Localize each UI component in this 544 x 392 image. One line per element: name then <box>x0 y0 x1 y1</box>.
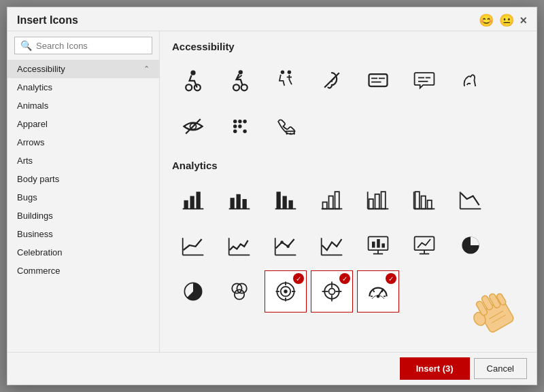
search-box[interactable]: 🔍 <box>14 37 152 54</box>
icon-cell-wheelchair[interactable] <box>172 59 214 101</box>
icon-cell-line-chart-down[interactable] <box>449 178 492 220</box>
icon-cell-line-chart-3[interactable] <box>265 224 307 266</box>
icon-grid-analytics: ✓✓✓ <box>172 178 524 313</box>
sidebar-item-label: Bugs <box>17 192 37 202</box>
svg-point-5 <box>241 84 248 90</box>
svg-point-25 <box>243 130 246 133</box>
svg-rect-31 <box>190 196 194 209</box>
svg-rect-36 <box>243 199 247 209</box>
icon-cell-crosshair-icon[interactable]: ✓ <box>311 270 353 313</box>
svg-point-23 <box>238 124 241 128</box>
icon-cell-presentation-chart[interactable] <box>403 224 445 266</box>
sidebar-item-analytics[interactable]: Analytics <box>7 78 159 96</box>
svg-rect-53 <box>428 200 432 209</box>
sidebar-item-label: Animals <box>17 101 48 111</box>
icon-cell-pie-chart-1[interactable] <box>172 270 214 313</box>
icon-cell-bar-chart-5[interactable] <box>403 178 445 220</box>
icon-cell-line-chart-6[interactable] <box>449 224 492 266</box>
header-icons: 😊 😐 × <box>479 13 527 28</box>
icon-cell-bar-chart-4[interactable] <box>357 178 399 220</box>
svg-rect-39 <box>283 196 287 209</box>
svg-point-27 <box>286 132 288 135</box>
icon-cell-accessible-person[interactable] <box>265 59 307 101</box>
icon-cell-phone-tty[interactable] <box>265 105 307 147</box>
svg-rect-51 <box>415 192 420 209</box>
sidebar-item-arts[interactable]: Arts <box>7 152 159 170</box>
sidebar-item-arrows[interactable]: Arrows <box>7 133 159 152</box>
icon-cell-line-chart-4[interactable] <box>311 224 353 266</box>
sidebar-item-animals[interactable]: Animals <box>7 96 159 115</box>
svg-rect-34 <box>231 198 235 209</box>
sidebar-item-label: Body parts <box>17 174 59 184</box>
sidebar-item-label: Buildings <box>17 211 53 221</box>
icon-cell-ear-hearing[interactable] <box>311 59 353 101</box>
close-button[interactable]: × <box>520 14 527 28</box>
svg-rect-40 <box>289 200 293 209</box>
chevron-up-icon: ⌃ <box>143 65 150 73</box>
svg-rect-43 <box>329 196 333 209</box>
sidebar-item-business[interactable]: Business <box>7 225 159 243</box>
selected-check-badge: ✓ <box>386 273 396 284</box>
sidebar-item-bugs[interactable]: Bugs <box>7 188 159 207</box>
dialog-header: Insert Icons 😊 😐 × <box>7 7 537 31</box>
sidebar-item-accessibility[interactable]: Accessibility⌃ <box>7 60 159 78</box>
emoji-happy-icon[interactable]: 😊 <box>479 13 494 28</box>
svg-point-24 <box>243 120 246 123</box>
search-icon: 🔍 <box>20 40 32 51</box>
svg-point-6 <box>281 71 284 74</box>
icon-cell-eye-hidden[interactable] <box>172 105 214 147</box>
svg-rect-52 <box>422 196 426 209</box>
section-title-analytics: Analytics <box>172 160 524 171</box>
sidebar: 🔍 Accessibility⌃AnalyticsAnimalsApparelA… <box>7 31 160 352</box>
svg-point-84 <box>284 289 287 293</box>
icon-cell-hands-speech[interactable] <box>449 59 492 101</box>
icon-cell-bar-chart-1[interactable] <box>172 178 214 220</box>
icon-cell-target-icon[interactable]: ✓ <box>265 270 307 313</box>
sidebar-item-celebration[interactable]: Celebration <box>7 243 159 262</box>
icon-cell-bar-chart-2[interactable] <box>218 178 260 220</box>
sidebar-item-label: Business <box>17 229 53 239</box>
search-input[interactable] <box>36 41 146 51</box>
insert-button[interactable]: Insert (3) <box>401 359 469 378</box>
icon-cell-braille[interactable] <box>218 105 260 147</box>
icon-cell-caption[interactable] <box>357 59 399 101</box>
svg-rect-35 <box>237 194 241 209</box>
dialog-footer: Insert (3) Cancel <box>7 352 537 385</box>
dialog-title: Insert Icons <box>17 14 78 26</box>
sidebar-item-apparel[interactable]: Apparel <box>7 115 159 133</box>
svg-rect-71 <box>381 243 385 247</box>
sidebar-item-label: Accessibility <box>17 64 65 74</box>
section-title-accessibility: Accessibility <box>172 41 524 52</box>
sidebar-item-label: Celebration <box>17 247 63 257</box>
icon-cell-pie-chart-2[interactable] <box>218 270 260 313</box>
svg-rect-44 <box>335 192 339 209</box>
cancel-button[interactable]: Cancel <box>474 358 527 379</box>
icon-cell-bar-chart-3[interactable] <box>311 178 353 220</box>
sidebar-item-buildings[interactable]: Buildings <box>7 207 159 225</box>
svg-point-63 <box>286 245 290 249</box>
svg-point-3 <box>239 70 243 74</box>
svg-rect-10 <box>369 74 388 86</box>
icon-cell-line-chart-5[interactable] <box>357 224 399 266</box>
sidebar-item-body-parts[interactable]: Body parts <box>7 170 159 188</box>
svg-rect-38 <box>277 192 281 209</box>
insert-icons-dialog: Insert Icons 😊 😐 × 🔍 Accessibility⌃Analy… <box>7 7 537 385</box>
svg-rect-32 <box>197 192 201 209</box>
svg-line-18 <box>186 119 201 134</box>
icon-cell-wheelchair-active[interactable] <box>218 59 260 101</box>
selected-check-badge: ✓ <box>293 273 304 284</box>
icon-cell-line-chart-2[interactable] <box>218 224 260 266</box>
svg-point-4 <box>233 84 239 90</box>
icon-cell-caption-alt[interactable] <box>403 59 445 101</box>
icon-cell-bar-chart-desc[interactable] <box>265 178 307 220</box>
icon-cell-speedometer-icon[interactable]: ✓ <box>357 270 399 313</box>
svg-rect-46 <box>369 199 373 209</box>
sidebar-item-commerce[interactable]: Commerce <box>7 262 159 280</box>
emoji-neutral-icon[interactable]: 😐 <box>499 13 514 28</box>
sidebar-item-label: Apparel <box>17 119 48 129</box>
svg-point-96 <box>377 295 380 298</box>
icon-cell-line-chart-1[interactable] <box>172 224 214 266</box>
svg-point-2 <box>194 84 201 90</box>
selected-check-badge: ✓ <box>339 273 350 284</box>
icon-grid-accessibility <box>172 59 524 147</box>
